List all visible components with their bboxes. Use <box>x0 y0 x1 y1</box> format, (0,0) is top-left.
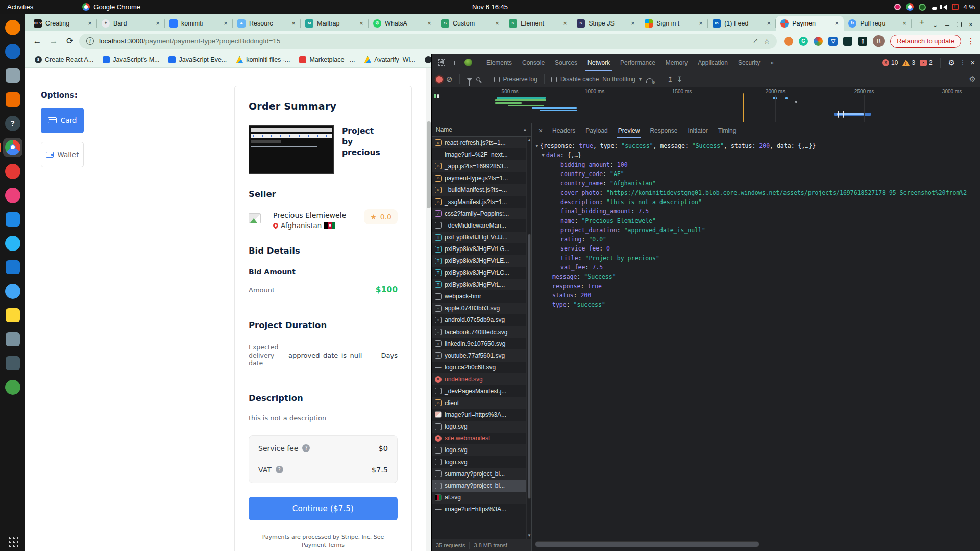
continue-button[interactable]: Continue ($7.5) <box>249 497 398 520</box>
request-row[interactable]: ▫youtube.77af5601.svg <box>432 349 531 361</box>
request-row[interactable]: ▫android.07c5db9a.svg <box>432 314 531 326</box>
request-row[interactable]: ×site.webmanifest <box>432 433 531 444</box>
tab-element[interactable]: SElement× <box>504 16 572 31</box>
extension-icon[interactable] <box>814 37 823 46</box>
export-har-icon[interactable] <box>677 75 683 83</box>
request-row[interactable]: _devPagesManifest.j... <box>432 385 531 397</box>
tab--1-feed[interactable]: in(1) Feed× <box>708 16 776 31</box>
dock-item-files[interactable] <box>3 66 22 85</box>
tab-close-icon[interactable]: × <box>222 19 230 28</box>
device-toolbar-icon[interactable] <box>448 57 461 69</box>
network-settings-icon[interactable]: ⚙ <box>969 74 976 84</box>
request-row[interactable]: —image?url=%2F_next... <box>432 148 531 160</box>
request-row[interactable]: summary?project_bi... <box>432 468 531 480</box>
bookmark-js-chip[interactable]: JavaScript's M... <box>99 55 163 65</box>
dock-item-firefox[interactable] <box>3 18 22 37</box>
card-option-button[interactable]: Card <box>41 108 84 133</box>
chrome-menu-icon[interactable]: ⋮ <box>967 36 975 46</box>
bookmark-drive[interactable]: kominiti files -... <box>232 55 293 65</box>
detail-horizontal-scrollbar[interactable] <box>532 539 980 551</box>
devtools-tab-elements[interactable]: Elements <box>481 54 517 71</box>
tab-close-icon[interactable]: × <box>697 19 705 28</box>
request-row[interactable]: ‹›_ssgManifest.js?ts=1... <box>432 196 531 208</box>
devtools-settings-icon[interactable]: ⚙ <box>948 58 955 67</box>
request-row[interactable]: webpack-hmr <box>432 290 531 302</box>
dock-item-thunderbird[interactable] <box>3 42 22 61</box>
minimize-window-icon[interactable]: – <box>945 20 949 29</box>
expand-arrow-icon[interactable]: ▼ <box>534 143 540 148</box>
vat-help-icon[interactable]: ? <box>276 466 283 473</box>
tab-close-icon[interactable]: × <box>629 19 637 28</box>
tab-close-icon[interactable]: × <box>493 19 501 28</box>
console-errors-badge[interactable]: ×10 <box>882 59 898 66</box>
new-tab-button[interactable]: + <box>915 15 929 30</box>
bookmark-js-chip[interactable]: JavaScript Eve... <box>165 55 230 65</box>
tab-close-icon[interactable]: × <box>357 19 365 28</box>
import-har-icon[interactable] <box>667 75 673 83</box>
profile-avatar[interactable]: B <box>873 35 885 47</box>
request-row[interactable]: TpxiByp8kv8JHgFVrLC... <box>432 267 531 279</box>
expand-arrow-icon[interactable]: ▼ <box>540 153 546 158</box>
tab-close-icon[interactable]: × <box>561 19 569 28</box>
request-list-scrollbar[interactable]: ▲ ▼ <box>526 137 531 539</box>
bookmark-star-icon[interactable]: ☆ <box>764 37 770 45</box>
request-row[interactable]: ▫linkedin.9e107650.svg <box>432 338 531 349</box>
dock-item-pink-app[interactable] <box>3 186 22 205</box>
detail-tab-payload[interactable]: Payload <box>580 123 612 138</box>
preserve-log-checkbox[interactable] <box>494 77 500 82</box>
forward-button[interactable]: → <box>46 34 61 48</box>
request-row[interactable]: logo.svg <box>432 421 531 433</box>
network-conditions-icon[interactable] <box>646 78 653 83</box>
tab-custom[interactable]: SCustom× <box>436 16 504 31</box>
grammarly-icon[interactable]: G <box>799 37 808 46</box>
tab-close-icon[interactable]: × <box>765 19 773 28</box>
clear-network-log-icon[interactable]: ⊘ <box>446 74 453 84</box>
request-row[interactable]: ×undefined.svg <box>432 373 531 385</box>
record-network-log-button[interactable] <box>436 76 443 83</box>
detail-tab-initiator[interactable]: Initiator <box>682 123 713 138</box>
site-info-icon[interactable]: i <box>86 37 94 45</box>
page-scrollbar-thumb[interactable] <box>427 121 431 208</box>
request-row[interactable]: ‹›_buildManifest.js?ts=... <box>432 184 531 196</box>
dock-item-documents-app[interactable] <box>3 306 22 325</box>
devtools-tab-console[interactable]: Console <box>517 54 550 71</box>
request-row[interactable]: TpxiByp8kv8JHgFVrL... <box>432 279 531 290</box>
dock-item-telegram[interactable] <box>3 234 22 253</box>
show-applications-button[interactable] <box>0 536 25 547</box>
detail-tab-timing[interactable]: Timing <box>713 123 742 138</box>
tab-kominiti[interactable]: kominiti× <box>165 16 233 31</box>
request-row[interactable]: TpxiEyp8kv8JHgFVrJJ... <box>432 232 531 243</box>
devtools-tab-security[interactable]: Security <box>733 54 765 71</box>
dock-item-extensions-app[interactable] <box>3 354 22 373</box>
devtools-tab-memory[interactable]: Memory <box>660 54 693 71</box>
request-row[interactable]: af.svg <box>432 492 531 504</box>
throttling-dropdown[interactable]: No throttling ▼ <box>602 76 643 83</box>
filter-icon[interactable] <box>467 78 473 81</box>
back-button[interactable]: ← <box>30 34 44 48</box>
tab-close-icon[interactable]: × <box>289 19 298 28</box>
dock-item-chrome[interactable] <box>3 138 22 157</box>
devtools-tab-application[interactable]: Application <box>693 54 733 71</box>
tab-whatsa[interactable]: ✆WhatsA× <box>369 16 436 31</box>
request-row[interactable]: logo.svg <box>432 444 531 456</box>
scroll-up-icon[interactable]: ▲ <box>523 127 527 132</box>
close-detail-icon[interactable]: × <box>534 127 547 135</box>
request-row[interactable]: logo.svg <box>432 456 531 468</box>
service-fee-help-icon[interactable]: ? <box>302 444 310 452</box>
detail-tab-response[interactable]: Response <box>645 123 682 138</box>
request-row[interactable]: ‹›react-refresh.js?ts=1... <box>432 137 531 148</box>
page-scrollbar[interactable] <box>426 68 431 551</box>
dock-item-software-store[interactable] <box>3 90 22 109</box>
request-row[interactable]: _devMiddlewareMan... <box>432 219 531 231</box>
horizontal-scrollbar-thumb[interactable] <box>535 541 760 547</box>
request-scrollbar-thumb[interactable] <box>528 234 531 499</box>
close-window-icon[interactable]: × <box>969 20 973 29</box>
tab-bard[interactable]: ✦Bard× <box>97 16 165 31</box>
disable-cache-checkbox[interactable] <box>551 77 557 82</box>
request-row[interactable]: ▫apple.07483bb3.svg <box>432 303 531 314</box>
request-row[interactable]: summary?project_bi... <box>432 480 531 491</box>
more-panels-button[interactable]: » <box>765 59 779 66</box>
tab-close-icon[interactable]: × <box>154 19 162 28</box>
tab-sign-in-t[interactable]: Sign in t× <box>640 16 708 31</box>
request-row[interactable]: ‹›payment-type.js?ts=1... <box>432 172 531 184</box>
